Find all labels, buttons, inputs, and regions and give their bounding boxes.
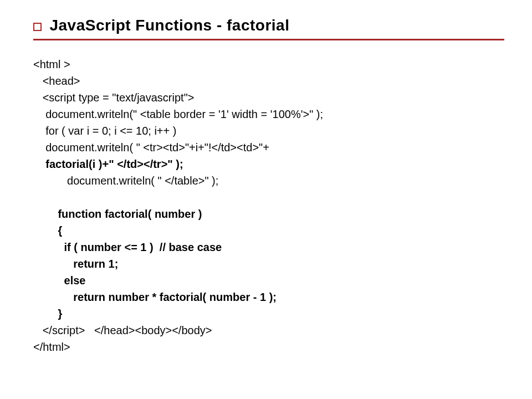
code-line: <script type = "text/javascript"> [33, 91, 194, 104]
code-line: for ( var i = 0; i <= 10; i++ ) [33, 125, 176, 137]
divider [33, 39, 504, 40]
code-line: { [33, 224, 62, 237]
code-line: factorial(i )+" </td></tr>" ); [33, 158, 183, 170]
code-line: <html > [33, 58, 70, 70]
code-line: document.writeln( " <tr><td>"+i+"!</td><… [33, 141, 269, 154]
code-line: else [33, 274, 86, 287]
code-line: <head> [33, 75, 80, 87]
title-row: JavaScript Functions - factorial [33, 17, 504, 34]
code-line: </script [43, 324, 79, 336]
bullet-icon [33, 23, 42, 31]
slide: JavaScript Functions - factorial <html >… [0, 0, 532, 399]
code-line: function factorial( number ) [33, 208, 202, 220]
code-line: return 1; [33, 258, 118, 270]
code-line: > </head><body></body> [79, 324, 212, 336]
code-line: document.writeln(" <table border = '1' w… [33, 108, 323, 120]
code-line: return number * factorial( number - 1 ); [33, 291, 277, 303]
code-line: </html> [33, 341, 70, 353]
code-block: <html > <head> <script type = "text/java… [33, 56, 504, 355]
slide-title: JavaScript Functions - factorial [49, 17, 289, 34]
code-line: document.writeln( " </table>" ); [33, 175, 218, 187]
code-line: if ( number <= 1 ) // base case [33, 241, 222, 253]
code-line: } [33, 308, 62, 320]
